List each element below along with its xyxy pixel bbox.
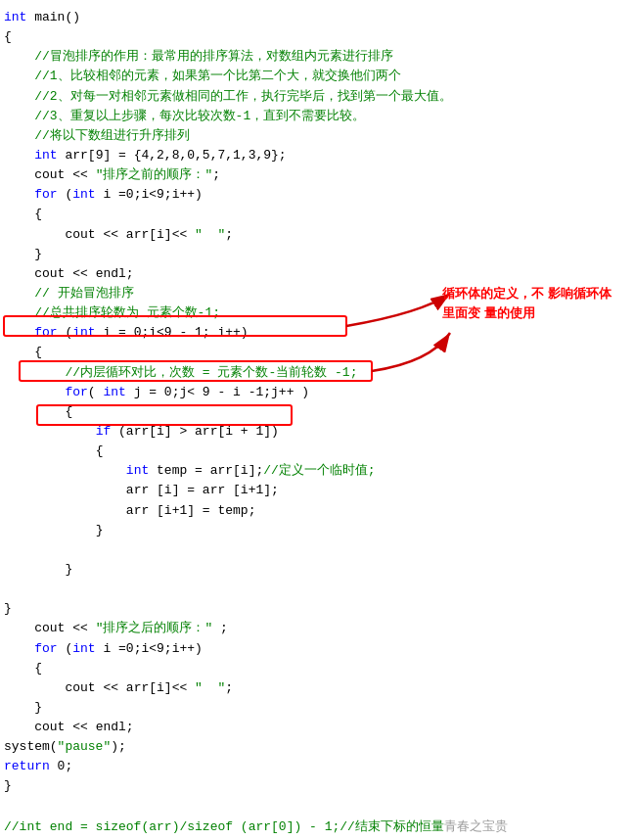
code-line: { (4, 402, 630, 422)
code-line: system("pause"); (4, 737, 630, 757)
code-text: arr [i+1] = temp; (126, 503, 256, 518)
code-line (4, 540, 630, 560)
watermark: 青春之宝贵 (444, 818, 508, 833)
code-text: } (96, 523, 104, 537)
code-line: } (4, 560, 630, 580)
code-line: cout << endl; (4, 264, 630, 284)
code-text: (arr[i] > arr[i + 1]) (111, 424, 279, 439)
keyword: if (96, 424, 112, 439)
keyword: for (65, 385, 87, 399)
code-line: int arr[9] = {4,2,8,0,5,7,1,3,9}; (4, 146, 630, 165)
code-text: } (34, 247, 42, 261)
code-line: for (int i =0;i<9;i++) (4, 639, 630, 659)
code-text: ( (58, 187, 73, 202)
code-line: //1、比较相邻的元素，如果第一个比第二个大，就交换他们两个 (4, 67, 630, 86)
code-line: //2、对每一对相邻元素做相同的工作，执行完毕后，找到第一个最大值。 (4, 87, 630, 107)
code-line: //内层循环对比，次数 = 元素个数-当前轮数 -1; (4, 363, 630, 383)
code-text: main() (26, 10, 80, 24)
code-line: { (4, 442, 630, 461)
code-line: if (arr[i] > arr[i + 1]) (4, 422, 630, 442)
code-text: cout << endl; (34, 266, 133, 281)
code-line: //冒泡排序的作用：最常用的排序算法，对数组内元素进行排序 (4, 47, 630, 67)
comment: //内层循环对比，次数 = 元素个数-当前轮数 -1; (65, 365, 357, 380)
code-text: ( (58, 641, 73, 656)
code-text: } (4, 601, 12, 616)
code-text: 0; (50, 759, 72, 773)
keyword: int (4, 10, 26, 24)
code-text: cout << (34, 167, 95, 182)
code-text: { (96, 443, 104, 458)
code-text: arr[9] = {4,2,8,0,5,7,1,3,9}; (58, 148, 287, 163)
code-line: cout << "排序之前的顺序："; (4, 165, 630, 185)
comment: //总共排序轮数为 元素个数-1; (34, 305, 220, 320)
code-text: } (65, 562, 72, 577)
code-line: { (4, 659, 630, 678)
code-text: } (34, 700, 42, 715)
code-text: j = 0;j< 9 - i -1;j++ ) (126, 385, 309, 399)
code-text: ( (88, 385, 104, 399)
code-line: cout << arr[i]<< " "; (4, 678, 630, 698)
code-line: return 0; (4, 757, 630, 776)
code-text: cout << (34, 621, 95, 635)
string-literal: "排序之前的顺序：" (96, 167, 213, 182)
code-line: { (4, 205, 630, 224)
code-text: i =0;i<9;i++) (96, 187, 203, 202)
code-line (4, 580, 630, 599)
code-text: ; (212, 167, 220, 182)
code-line: arr [i] = arr [i+1]; (4, 481, 630, 500)
code-text: temp = arr[i]; (149, 463, 263, 478)
code-line: } (4, 698, 630, 718)
code-line: arr [i+1] = temp; (4, 501, 630, 521)
code-text: { (65, 404, 72, 419)
code-text: cout << arr[i]<< (65, 227, 195, 242)
keyword: for (34, 641, 57, 656)
string-literal: "排序之后的顺序：" (96, 621, 213, 635)
code-line: //3、重复以上步骤，每次比较次数-1，直到不需要比较。 (4, 107, 630, 126)
code-text: ( (58, 325, 73, 340)
code-line: for( int j = 0;j< 9 - i -1;j++ ) (4, 383, 630, 402)
code-text: { (34, 207, 42, 221)
keyword: int (72, 325, 95, 340)
code-text: ); (111, 739, 126, 754)
keyword: int (103, 385, 125, 399)
code-text: ; (225, 680, 233, 695)
code-line: for (int i = 0;i<9 - 1; i++) (4, 323, 630, 343)
code-line: cout << arr[i]<< " "; (4, 225, 630, 245)
string-literal: " " (195, 680, 225, 695)
code-line: int main() (4, 8, 630, 27)
code-text: { (4, 29, 12, 44)
code-line (4, 797, 630, 817)
comment: //1、比较相邻的元素，如果第一个比第二个大，就交换他们两个 (34, 69, 400, 83)
code-text: ; (225, 227, 233, 242)
comment: //3、重复以上步骤，每次比较次数-1，直到不需要比较。 (34, 109, 365, 123)
code-line: } (4, 245, 630, 264)
keyword: int (126, 463, 149, 478)
code-line: //int end = sizeof(arr)/sizeof (arr[0]) … (4, 817, 630, 837)
keyword: int (72, 641, 95, 656)
code-line: cout << "排序之后的顺序：" ; (4, 619, 630, 638)
keyword: int (72, 187, 95, 202)
comment: // 开始冒泡排序 (34, 286, 133, 301)
code-text: cout << endl; (34, 720, 133, 734)
code-text: system( (4, 739, 58, 754)
code-line: { (4, 343, 630, 362)
string-literal: " " (195, 227, 225, 242)
keyword: return (4, 759, 50, 773)
code-line: } (4, 599, 630, 619)
keyword: for (34, 325, 57, 340)
comment: //int end = sizeof(arr)/sizeof (arr[0]) … (4, 819, 444, 834)
code-line: { (4, 27, 630, 47)
keyword: for (34, 187, 57, 202)
annotation-text: 循环体的定义，不 影响循环体里面变 量的使用 (442, 284, 618, 322)
code-text: ; (212, 621, 228, 635)
code-text: arr [i] = arr [i+1]; (126, 483, 279, 497)
code-text: { (34, 661, 42, 676)
code-line: cout << endl; (4, 718, 630, 737)
comment: //定义一个临时值; (263, 463, 375, 478)
code-text: cout << arr[i]<< (65, 680, 195, 695)
code-line: } (4, 521, 630, 540)
comment: //将以下数组进行升序排列 (34, 128, 190, 143)
code-line: for (int i =0;i<9;i++) (4, 185, 630, 205)
code-text: i = 0;i<9 - 1; i++) (96, 325, 249, 340)
string-literal: "pause" (58, 739, 112, 754)
